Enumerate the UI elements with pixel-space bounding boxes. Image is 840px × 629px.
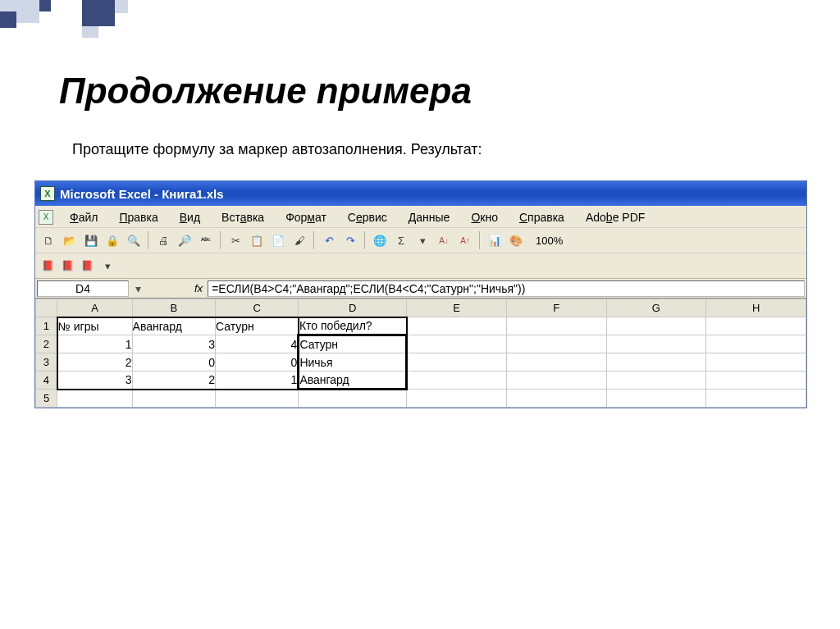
excel-window: X Microsoft Excel - Книга1.xls X ФФайлай… bbox=[34, 180, 807, 408]
excel-small-icon: X bbox=[39, 210, 53, 225]
undo-icon[interactable]: ↶ bbox=[319, 230, 339, 250]
autosum-icon[interactable]: Σ bbox=[391, 230, 411, 250]
dropdown-icon[interactable]: ▾ bbox=[413, 230, 432, 250]
menu-edit[interactable]: Правка bbox=[109, 209, 167, 226]
name-box[interactable]: D4 bbox=[37, 280, 129, 297]
cell-h5[interactable] bbox=[706, 390, 806, 408]
cell-g3[interactable] bbox=[606, 353, 706, 371]
new-icon[interactable]: 🗋 bbox=[39, 230, 58, 250]
formula-input[interactable]: =ЕСЛИ(B4>C4;"Авангард";ЕСЛИ(B4<C4;"Сатур… bbox=[208, 280, 805, 297]
cell-e2[interactable] bbox=[407, 335, 507, 353]
cell-e4[interactable] bbox=[407, 371, 507, 390]
menu-file[interactable]: ФФайлайл bbox=[60, 209, 107, 226]
col-header-a[interactable]: A bbox=[57, 299, 132, 317]
menu-help[interactable]: Справка bbox=[509, 209, 574, 226]
menu-service[interactable]: Сервис bbox=[338, 209, 397, 226]
redo-icon[interactable]: ↷ bbox=[340, 230, 360, 250]
menu-window[interactable]: Окно bbox=[461, 209, 508, 226]
row-header-4[interactable]: 4 bbox=[36, 371, 57, 390]
menu-view[interactable]: Вид bbox=[170, 209, 210, 226]
open-icon[interactable]: 📂 bbox=[60, 230, 80, 250]
zoom-box[interactable]: 100% bbox=[531, 233, 568, 248]
cell-a1[interactable]: № игры bbox=[57, 317, 132, 335]
col-header-c[interactable]: C bbox=[216, 299, 299, 317]
row-header-1[interactable]: 1 bbox=[36, 317, 57, 335]
cell-a3[interactable]: 2 bbox=[57, 353, 132, 371]
cell-c1[interactable]: Сатурн bbox=[216, 317, 299, 335]
select-all-corner[interactable] bbox=[36, 299, 57, 317]
cell-h2[interactable] bbox=[706, 335, 806, 353]
search-icon[interactable]: 🔍 bbox=[124, 230, 144, 250]
cell-c2[interactable]: 4 bbox=[216, 335, 299, 353]
cell-g4[interactable] bbox=[606, 371, 706, 390]
cut-icon[interactable]: ✂ bbox=[226, 230, 245, 250]
cell-g2[interactable] bbox=[606, 335, 706, 353]
cell-c3[interactable]: 0 bbox=[216, 353, 299, 371]
paste-icon[interactable]: 📄 bbox=[268, 230, 288, 250]
toolbar-options-icon[interactable]: ▾ bbox=[98, 256, 117, 276]
spreadsheet-grid[interactable]: A B C D E F G H 1 № игры Авангард Сатурн… bbox=[35, 299, 806, 408]
name-box-dropdown-icon[interactable]: ▾ bbox=[130, 282, 145, 295]
hyperlink-icon[interactable]: 🌐 bbox=[370, 230, 390, 250]
cell-a2[interactable]: 1 bbox=[57, 335, 132, 353]
drawing-icon[interactable]: 🎨 bbox=[506, 230, 526, 250]
cell-f2[interactable] bbox=[506, 335, 606, 353]
cell-g1[interactable] bbox=[606, 317, 706, 335]
cell-d1[interactable]: Кто победил? bbox=[299, 317, 407, 335]
cell-c5[interactable] bbox=[216, 390, 299, 408]
menu-data[interactable]: Данные bbox=[399, 209, 460, 226]
chart-icon[interactable]: 📊 bbox=[485, 230, 504, 250]
cell-b5[interactable] bbox=[132, 390, 215, 408]
fx-label[interactable]: fx bbox=[194, 282, 203, 294]
menu-adobe[interactable]: Adobe PDF bbox=[576, 209, 655, 226]
cell-f5[interactable] bbox=[506, 390, 606, 408]
sort-asc-icon[interactable]: A↓ bbox=[434, 230, 454, 250]
col-header-d[interactable]: D bbox=[299, 299, 407, 317]
cell-f3[interactable] bbox=[506, 353, 606, 371]
cell-a4[interactable]: 3 bbox=[57, 371, 132, 390]
cell-f4[interactable] bbox=[506, 371, 606, 390]
cell-b4[interactable]: 2 bbox=[132, 371, 215, 390]
cell-b1[interactable]: Авангард bbox=[132, 317, 215, 335]
cell-e5[interactable] bbox=[407, 390, 507, 408]
col-header-g[interactable]: G bbox=[606, 299, 706, 317]
sort-desc-icon[interactable]: A↑ bbox=[455, 230, 475, 250]
cell-b2[interactable]: 3 bbox=[132, 335, 215, 353]
cell-d5[interactable] bbox=[299, 390, 407, 408]
pdf-toolbar: 📕 📕 📕 ▾ bbox=[35, 253, 806, 279]
menu-format[interactable]: Формат bbox=[276, 209, 336, 226]
copy-icon[interactable]: 📋 bbox=[247, 230, 267, 250]
menu-insert[interactable]: Вставка bbox=[212, 209, 274, 226]
print-icon[interactable]: 🖨 bbox=[153, 230, 173, 250]
print-preview-icon[interactable]: 🔎 bbox=[175, 230, 194, 250]
cell-a5[interactable] bbox=[57, 390, 132, 408]
cell-e3[interactable] bbox=[407, 353, 507, 371]
col-header-e[interactable]: E bbox=[407, 299, 507, 317]
formula-bar: D4 ▾ fx =ЕСЛИ(B4>C4;"Авангард";ЕСЛИ(B4<C… bbox=[35, 279, 806, 299]
cell-d4[interactable]: Авангард bbox=[299, 371, 407, 390]
row-header-3[interactable]: 3 bbox=[36, 353, 57, 371]
permissions-icon[interactable]: 🔒 bbox=[103, 230, 122, 250]
window-titlebar[interactable]: X Microsoft Excel - Книга1.xls bbox=[35, 181, 806, 206]
row-header-2[interactable]: 2 bbox=[36, 335, 57, 353]
col-header-h[interactable]: H bbox=[706, 299, 806, 317]
cell-g5[interactable] bbox=[606, 390, 706, 408]
pdf-email-icon[interactable]: 📕 bbox=[58, 257, 76, 275]
col-header-b[interactable]: B bbox=[132, 299, 215, 317]
cell-h4[interactable] bbox=[706, 371, 806, 390]
pdf-convert-icon[interactable]: 📕 bbox=[39, 257, 57, 275]
cell-d3[interactable]: Ничья bbox=[299, 353, 407, 371]
cell-h3[interactable] bbox=[706, 353, 806, 371]
cell-b3[interactable]: 0 bbox=[132, 353, 215, 371]
row-header-5[interactable]: 5 bbox=[36, 390, 57, 408]
cell-f1[interactable] bbox=[506, 317, 606, 335]
cell-e1[interactable] bbox=[407, 317, 507, 335]
spell-icon[interactable]: ᴬᴮᶜ bbox=[196, 230, 216, 250]
cell-c4[interactable]: 1 bbox=[216, 371, 299, 390]
format-painter-icon[interactable]: 🖌 bbox=[290, 230, 309, 250]
pdf-review-icon[interactable]: 📕 bbox=[78, 257, 96, 275]
col-header-f[interactable]: F bbox=[506, 299, 606, 317]
cell-h1[interactable] bbox=[706, 317, 806, 335]
save-icon[interactable]: 💾 bbox=[81, 230, 101, 250]
cell-d2[interactable]: Сатурн bbox=[299, 335, 407, 353]
